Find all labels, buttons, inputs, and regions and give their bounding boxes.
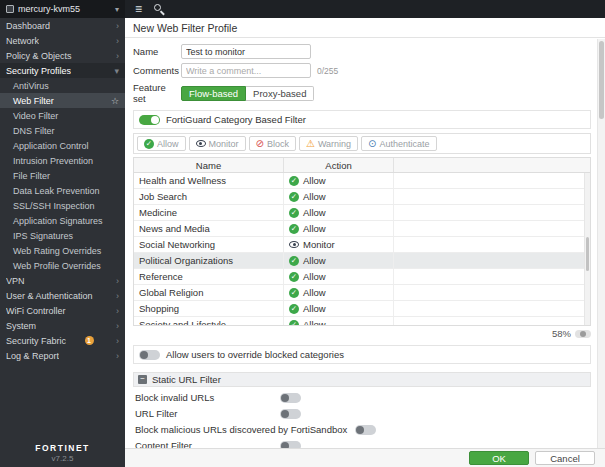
chevron-right-icon: › <box>116 321 119 331</box>
category-table: Name Action Health and Wellness ✓Allow J… <box>133 157 591 326</box>
favorite-star-icon[interactable]: ☆ <box>111 96 119 106</box>
sidebar-item-antivirus[interactable]: AntiVirus <box>0 78 125 93</box>
ok-button[interactable]: OK <box>469 451 529 465</box>
static-url-filter-section-header: − Static URL Filter <box>133 372 591 387</box>
chevron-right-icon: › <box>116 306 119 316</box>
feature-set-row: Feature set Flow-based Proxy-based <box>133 82 591 104</box>
menu-toggle-icon[interactable]: ≡ <box>135 0 142 18</box>
sidebar-item-system[interactable]: System › <box>0 318 125 333</box>
sidebar-item-ips-signatures[interactable]: IPS Signatures <box>0 228 125 243</box>
footer-bar: OK Cancel <box>125 448 605 467</box>
chevron-right-icon: › <box>116 276 119 286</box>
sidebar-item-ssl-ssh-inspection[interactable]: SSL/SSH Inspection <box>0 198 125 213</box>
column-header-action[interactable]: Action <box>284 158 394 172</box>
sidebar-item-security-profiles[interactable]: Security Profiles ▾ <box>0 63 125 78</box>
fortisandbox-urls-row: Block malicious URLs discovered by Forti… <box>135 424 591 435</box>
feature-set-label: Feature set <box>133 82 181 104</box>
table-row[interactable]: Health and Wellness ✓Allow <box>134 173 590 189</box>
static-url-filter-title: Static URL Filter <box>152 374 221 385</box>
authenticate-icon: ⊙ <box>368 139 376 149</box>
category-action-toolbar: ✓ Allow Monitor ⊘ Block ⚠ Warning ⊙ Auth… <box>133 133 591 154</box>
collapse-icon[interactable]: − <box>138 375 147 384</box>
block-action-button[interactable]: ⊘ Block <box>249 136 296 151</box>
sidebar-item-file-filter[interactable]: File Filter <box>0 168 125 183</box>
sidebar-item-video-filter[interactable]: Video Filter <box>0 108 125 123</box>
name-input[interactable] <box>181 44 311 59</box>
override-band: Allow users to override blocked categori… <box>133 345 591 364</box>
table-row[interactable]: Job Search ✓Allow <box>134 189 590 205</box>
sidebar-item-log-report[interactable]: Log & Report › <box>0 348 125 363</box>
sidebar-item-dns-filter[interactable]: DNS Filter <box>0 123 125 138</box>
block-invalid-urls-toggle[interactable] <box>280 393 301 403</box>
fortiguard-filter-label: FortiGuard Category Based Filter <box>166 114 306 125</box>
table-row[interactable]: Political Organizations ✓Allow <box>134 253 590 269</box>
allow-icon: ✓ <box>289 224 299 234</box>
fortisandbox-urls-toggle[interactable] <box>355 425 376 435</box>
main-scrollbar[interactable] <box>597 39 605 448</box>
sidebar-item-policy-objects[interactable]: Policy & Objects › <box>0 48 125 63</box>
authenticate-action-button[interactable]: ⊙ Authenticate <box>361 136 436 151</box>
warning-icon: ⚠ <box>306 139 315 149</box>
table-header: Name Action <box>134 158 590 173</box>
comments-label: Comments <box>133 65 181 76</box>
table-row[interactable]: Medicine ✓Allow <box>134 205 590 221</box>
hostname-selector[interactable]: mercury-kvm55 ▾ <box>0 0 125 18</box>
table-row[interactable]: Social Networking Monitor <box>134 237 590 253</box>
sidebar: Dashboard › Network › Policy & Objects ›… <box>0 18 125 467</box>
content-filter-toggle[interactable] <box>280 441 301 449</box>
sidebar-item-network[interactable]: Network › <box>0 33 125 48</box>
allow-override-toggle[interactable] <box>139 350 160 360</box>
name-row: Name <box>133 44 591 59</box>
feature-proxy-based-button[interactable]: Proxy-based <box>246 86 314 101</box>
url-filter-row: URL Filter <box>135 408 591 419</box>
fortiguard-category-filter-toggle[interactable] <box>139 115 160 125</box>
firmware-version: v7.2.5 <box>0 454 125 463</box>
allow-icon: ✓ <box>289 192 299 202</box>
chevron-down-icon: ▾ <box>114 66 119 76</box>
sidebar-item-application-signatures[interactable]: Application Signatures <box>0 213 125 228</box>
column-header-name[interactable]: Name <box>134 158 284 172</box>
sidebar-item-vpn[interactable]: VPN › <box>0 273 125 288</box>
scroll-position-indicator <box>575 330 591 338</box>
notification-badge: 1 <box>85 336 94 345</box>
table-row[interactable]: News and Media ✓Allow <box>134 221 590 237</box>
sidebar-item-wifi-controller[interactable]: WiFi Controller › <box>0 303 125 318</box>
sidebar-item-application-control[interactable]: Application Control <box>0 138 125 153</box>
sidebar-item-web-filter[interactable]: Web Filter ☆ <box>0 93 125 108</box>
topbar-tools: ≡ <box>125 0 175 18</box>
search-icon[interactable] <box>154 4 165 15</box>
sidebar-item-web-rating-overrides[interactable]: Web Rating Overrides <box>0 243 125 258</box>
sidebar-item-web-profile-overrides[interactable]: Web Profile Overrides <box>0 258 125 273</box>
sidebar-item-security-fabric[interactable]: Security Fabric 1 › <box>0 333 125 348</box>
scroll-percent-label: 58% <box>552 328 571 339</box>
sidebar-footer: FORTINET v7.2.5 <box>0 443 125 463</box>
sidebar-item-dashboard[interactable]: Dashboard › <box>0 18 125 33</box>
page-body: Name Comments 0/255 Feature set Flow-bas… <box>125 39 597 448</box>
sidebar-item-data-leak-prevention[interactable]: Data Leak Prevention <box>0 183 125 198</box>
override-label: Allow users to override blocked categori… <box>166 349 344 360</box>
main-content: New Web Filter Profile Name Comments 0/2… <box>125 18 605 467</box>
monitor-action-button[interactable]: Monitor <box>189 136 246 151</box>
cancel-button[interactable]: Cancel <box>535 451 595 465</box>
allow-action-button[interactable]: ✓ Allow <box>137 136 186 151</box>
warning-action-button[interactable]: ⚠ Warning <box>299 136 358 151</box>
url-filter-toggle[interactable] <box>280 409 301 419</box>
table-row[interactable]: Shopping ✓Allow <box>134 301 590 317</box>
content-filter-row: Content Filter <box>135 440 591 448</box>
table-row[interactable]: Reference ✓Allow <box>134 269 590 285</box>
table-row[interactable]: Society and Lifestyle ✓Allow <box>134 317 590 325</box>
allow-icon: ✓ <box>289 304 299 314</box>
comments-input[interactable] <box>181 63 311 78</box>
page-title: New Web Filter Profile <box>125 18 605 38</box>
comments-row: Comments 0/255 <box>133 63 591 78</box>
sidebar-item-intrusion-prevention[interactable]: Intrusion Prevention <box>0 153 125 168</box>
hostname-label: mercury-kvm55 <box>18 4 111 14</box>
topbar: mercury-kvm55 ▾ ≡ <box>0 0 605 18</box>
sidebar-item-user-authentication[interactable]: User & Authentication › <box>0 288 125 303</box>
chevron-down-icon: ▾ <box>115 5 119 14</box>
chevron-right-icon: › <box>116 51 119 61</box>
table-row[interactable]: Global Religion ✓Allow <box>134 285 590 301</box>
table-scrollbar[interactable] <box>584 173 590 325</box>
chevron-right-icon: › <box>116 351 119 361</box>
feature-flow-based-button[interactable]: Flow-based <box>181 86 246 101</box>
